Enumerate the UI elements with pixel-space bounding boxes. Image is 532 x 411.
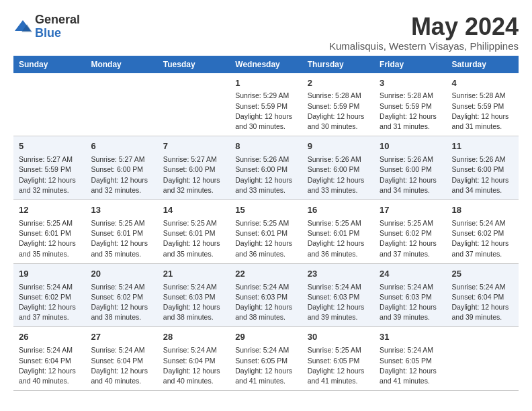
weekday-header: Saturday bbox=[447, 56, 519, 73]
day-info: Sunrise: 5:24 AM Sunset: 6:03 PM Dayligh… bbox=[380, 282, 441, 323]
day-number: 20 bbox=[91, 268, 152, 281]
calendar-week-row: 5Sunrise: 5:27 AM Sunset: 5:59 PM Daylig… bbox=[13, 136, 519, 200]
day-number: 18 bbox=[452, 204, 513, 217]
calendar-week-row: 1Sunrise: 5:29 AM Sunset: 5:59 PM Daylig… bbox=[13, 73, 519, 136]
calendar-cell: 6Sunrise: 5:27 AM Sunset: 6:00 PM Daylig… bbox=[85, 136, 157, 200]
calendar-cell: 16Sunrise: 5:25 AM Sunset: 6:01 PM Dayli… bbox=[302, 200, 374, 264]
day-info: Sunrise: 5:25 AM Sunset: 6:05 PM Dayligh… bbox=[308, 345, 369, 386]
day-info: Sunrise: 5:24 AM Sunset: 6:05 PM Dayligh… bbox=[235, 345, 296, 386]
day-number: 6 bbox=[91, 140, 152, 153]
weekday-header: Friday bbox=[374, 56, 446, 73]
weekday-header: Tuesday bbox=[158, 56, 230, 73]
day-number: 3 bbox=[380, 77, 441, 90]
calendar-cell: 21Sunrise: 5:24 AM Sunset: 6:03 PM Dayli… bbox=[158, 263, 230, 327]
location: Kumalisquis, Western Visayas, Philippine… bbox=[329, 40, 519, 52]
day-info: Sunrise: 5:29 AM Sunset: 5:59 PM Dayligh… bbox=[235, 91, 296, 132]
calendar-table: SundayMondayTuesdayWednesdayThursdayFrid… bbox=[13, 56, 519, 392]
day-info: Sunrise: 5:26 AM Sunset: 6:00 PM Dayligh… bbox=[380, 154, 441, 195]
calendar-cell: 13Sunrise: 5:25 AM Sunset: 6:01 PM Dayli… bbox=[85, 200, 157, 264]
day-info: Sunrise: 5:25 AM Sunset: 6:01 PM Dayligh… bbox=[308, 218, 369, 259]
day-info: Sunrise: 5:28 AM Sunset: 5:59 PM Dayligh… bbox=[308, 91, 369, 132]
day-number: 12 bbox=[19, 204, 80, 217]
day-info: Sunrise: 5:25 AM Sunset: 6:02 PM Dayligh… bbox=[380, 218, 441, 259]
page-header: General Blue May 2024 Kumalisquis, Weste… bbox=[13, 13, 519, 52]
day-number: 23 bbox=[308, 268, 369, 281]
day-number: 2 bbox=[308, 77, 369, 90]
day-number: 5 bbox=[19, 140, 80, 153]
day-number: 19 bbox=[19, 268, 80, 281]
calendar-cell: 24Sunrise: 5:24 AM Sunset: 6:03 PM Dayli… bbox=[374, 263, 446, 327]
day-info: Sunrise: 5:25 AM Sunset: 6:01 PM Dayligh… bbox=[163, 218, 224, 259]
calendar-cell: 2Sunrise: 5:28 AM Sunset: 5:59 PM Daylig… bbox=[302, 73, 374, 136]
day-number: 13 bbox=[91, 204, 152, 217]
day-number: 10 bbox=[380, 140, 441, 153]
day-info: Sunrise: 5:28 AM Sunset: 5:59 PM Dayligh… bbox=[380, 91, 441, 132]
day-number: 31 bbox=[380, 331, 441, 344]
calendar-week-row: 12Sunrise: 5:25 AM Sunset: 6:01 PM Dayli… bbox=[13, 200, 519, 264]
day-number: 9 bbox=[308, 140, 369, 153]
calendar-cell: 23Sunrise: 5:24 AM Sunset: 6:03 PM Dayli… bbox=[302, 263, 374, 327]
weekday-header: Wednesday bbox=[230, 56, 302, 73]
calendar-cell: 12Sunrise: 5:25 AM Sunset: 6:01 PM Dayli… bbox=[13, 200, 85, 264]
day-info: Sunrise: 5:27 AM Sunset: 6:00 PM Dayligh… bbox=[163, 154, 224, 195]
day-info: Sunrise: 5:24 AM Sunset: 6:04 PM Dayligh… bbox=[452, 282, 513, 323]
day-number: 15 bbox=[235, 204, 296, 217]
calendar-cell: 20Sunrise: 5:24 AM Sunset: 6:02 PM Dayli… bbox=[85, 263, 157, 327]
calendar-cell: 1Sunrise: 5:29 AM Sunset: 5:59 PM Daylig… bbox=[230, 73, 302, 136]
calendar-week-row: 26Sunrise: 5:24 AM Sunset: 6:04 PM Dayli… bbox=[13, 327, 519, 391]
day-number: 17 bbox=[380, 204, 441, 217]
calendar-cell: 3Sunrise: 5:28 AM Sunset: 5:59 PM Daylig… bbox=[374, 73, 446, 136]
day-number: 8 bbox=[235, 140, 296, 153]
calendar-cell: 29Sunrise: 5:24 AM Sunset: 6:05 PM Dayli… bbox=[230, 327, 302, 391]
calendar-cell: 25Sunrise: 5:24 AM Sunset: 6:04 PM Dayli… bbox=[447, 263, 519, 327]
calendar-cell: 9Sunrise: 5:26 AM Sunset: 6:00 PM Daylig… bbox=[302, 136, 374, 200]
day-number: 16 bbox=[308, 204, 369, 217]
day-number: 27 bbox=[91, 331, 152, 344]
calendar-cell: 4Sunrise: 5:28 AM Sunset: 5:59 PM Daylig… bbox=[447, 73, 519, 136]
logo: General Blue bbox=[13, 13, 80, 40]
logo-icon bbox=[13, 17, 32, 36]
month-title: May 2024 bbox=[329, 13, 519, 40]
day-info: Sunrise: 5:25 AM Sunset: 6:01 PM Dayligh… bbox=[91, 218, 152, 259]
calendar-cell: 30Sunrise: 5:25 AM Sunset: 6:05 PM Dayli… bbox=[302, 327, 374, 391]
calendar-cell: 10Sunrise: 5:26 AM Sunset: 6:00 PM Dayli… bbox=[374, 136, 446, 200]
day-info: Sunrise: 5:24 AM Sunset: 6:03 PM Dayligh… bbox=[235, 282, 296, 323]
calendar-cell bbox=[158, 73, 230, 136]
weekday-header: Sunday bbox=[13, 56, 85, 73]
day-info: Sunrise: 5:28 AM Sunset: 5:59 PM Dayligh… bbox=[452, 91, 513, 132]
logo-blue: Blue bbox=[35, 26, 61, 40]
calendar-cell: 26Sunrise: 5:24 AM Sunset: 6:04 PM Dayli… bbox=[13, 327, 85, 391]
day-info: Sunrise: 5:25 AM Sunset: 6:01 PM Dayligh… bbox=[19, 218, 80, 259]
day-number: 25 bbox=[452, 268, 513, 281]
day-info: Sunrise: 5:26 AM Sunset: 6:00 PM Dayligh… bbox=[235, 154, 296, 195]
weekday-header: Monday bbox=[85, 56, 157, 73]
title-block: May 2024 Kumalisquis, Western Visayas, P… bbox=[329, 13, 519, 52]
calendar-cell: 15Sunrise: 5:25 AM Sunset: 6:01 PM Dayli… bbox=[230, 200, 302, 264]
day-number: 7 bbox=[163, 140, 224, 153]
day-info: Sunrise: 5:24 AM Sunset: 6:04 PM Dayligh… bbox=[19, 345, 80, 386]
calendar-cell bbox=[85, 73, 157, 136]
logo-text: General Blue bbox=[35, 13, 80, 40]
day-info: Sunrise: 5:24 AM Sunset: 6:02 PM Dayligh… bbox=[19, 282, 80, 323]
day-info: Sunrise: 5:26 AM Sunset: 6:00 PM Dayligh… bbox=[452, 154, 513, 195]
day-number: 30 bbox=[308, 331, 369, 344]
calendar-cell: 14Sunrise: 5:25 AM Sunset: 6:01 PM Dayli… bbox=[158, 200, 230, 264]
calendar-cell: 8Sunrise: 5:26 AM Sunset: 6:00 PM Daylig… bbox=[230, 136, 302, 200]
day-info: Sunrise: 5:24 AM Sunset: 6:02 PM Dayligh… bbox=[91, 282, 152, 323]
calendar-cell: 11Sunrise: 5:26 AM Sunset: 6:00 PM Dayli… bbox=[447, 136, 519, 200]
day-number: 21 bbox=[163, 268, 224, 281]
calendar-cell: 27Sunrise: 5:24 AM Sunset: 6:04 PM Dayli… bbox=[85, 327, 157, 391]
calendar-cell: 5Sunrise: 5:27 AM Sunset: 5:59 PM Daylig… bbox=[13, 136, 85, 200]
day-info: Sunrise: 5:25 AM Sunset: 6:01 PM Dayligh… bbox=[235, 218, 296, 259]
day-number: 24 bbox=[380, 268, 441, 281]
day-info: Sunrise: 5:27 AM Sunset: 6:00 PM Dayligh… bbox=[91, 154, 152, 195]
calendar-cell: 7Sunrise: 5:27 AM Sunset: 6:00 PM Daylig… bbox=[158, 136, 230, 200]
day-info: Sunrise: 5:24 AM Sunset: 6:05 PM Dayligh… bbox=[380, 345, 441, 386]
calendar-week-row: 19Sunrise: 5:24 AM Sunset: 6:02 PM Dayli… bbox=[13, 263, 519, 327]
day-info: Sunrise: 5:24 AM Sunset: 6:04 PM Dayligh… bbox=[91, 345, 152, 386]
calendar-cell bbox=[13, 73, 85, 136]
calendar-cell: 18Sunrise: 5:24 AM Sunset: 6:02 PM Dayli… bbox=[447, 200, 519, 264]
day-number: 4 bbox=[452, 77, 513, 90]
day-number: 1 bbox=[235, 77, 296, 90]
day-number: 11 bbox=[452, 140, 513, 153]
